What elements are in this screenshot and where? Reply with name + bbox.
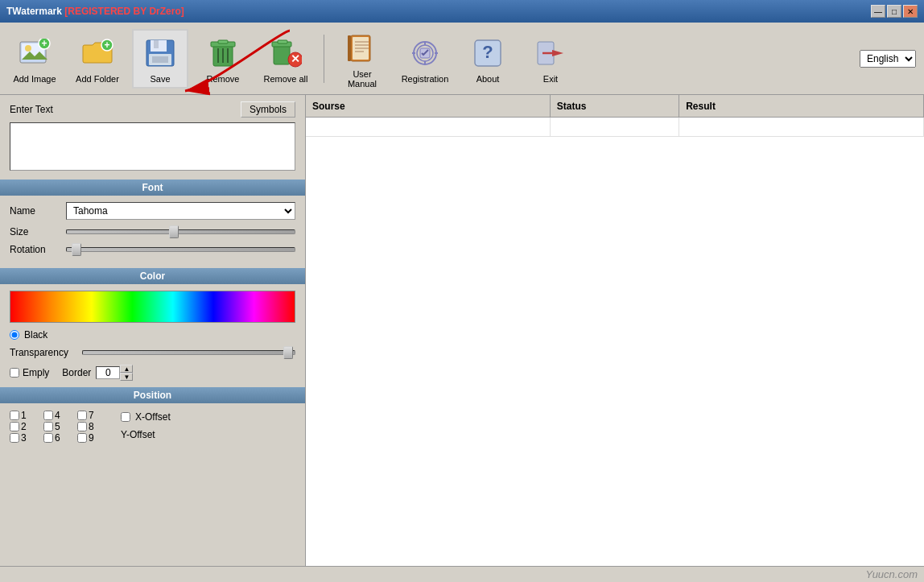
- table-row: [306, 118, 924, 137]
- registration-button[interactable]: Registration: [397, 31, 453, 87]
- transparency-label: Transparency: [10, 347, 82, 358]
- position-3: 3: [10, 432, 40, 444]
- empty-checkbox[interactable]: [10, 368, 19, 378]
- table-cell-status: [551, 118, 679, 136]
- position-9: 9: [77, 432, 108, 444]
- position-grid: 1 4 7 2: [10, 410, 295, 444]
- transparency-slider-track: [82, 350, 295, 355]
- add-image-button[interactable]: + Add Image: [6, 31, 63, 87]
- black-radio-label: Black: [24, 329, 47, 341]
- transparency-slider-thumb[interactable]: [283, 346, 293, 359]
- font-section: Name Tahoma Size Rotation: [0, 196, 305, 268]
- size-slider-track: [66, 229, 295, 234]
- about-button[interactable]: ? About: [460, 31, 516, 87]
- right-panel: Sourse Status Result: [306, 95, 924, 566]
- rotation-slider-track: [66, 247, 295, 252]
- col-result-header: Result: [679, 95, 924, 117]
- position-5: 5: [43, 421, 74, 432]
- svg-rect-12: [152, 56, 168, 63]
- black-radio[interactable]: [10, 330, 19, 340]
- title-bar-controls: — □ ✕: [871, 5, 918, 18]
- position-2: 2: [10, 421, 40, 432]
- svg-text:?: ?: [482, 42, 493, 62]
- table-cell-source: [306, 118, 551, 136]
- language-dropdown[interactable]: English: [860, 50, 916, 68]
- rotation-slider-thumb[interactable]: [72, 243, 81, 256]
- color-radio-row: Black: [10, 329, 295, 341]
- font-name-row: Name Tahoma: [10, 202, 295, 220]
- table-cell-result: [679, 118, 924, 136]
- y-offset-label: Y-Offset: [121, 429, 155, 440]
- empty-checkbox-group: Emply: [10, 367, 49, 378]
- pos-8-checkbox[interactable]: [77, 422, 87, 431]
- rotation-row: Rotation: [10, 244, 295, 255]
- minimize-button[interactable]: —: [871, 5, 885, 18]
- border-increment-button[interactable]: ▲: [120, 365, 133, 373]
- pos-9-checkbox[interactable]: [77, 433, 87, 443]
- exit-button[interactable]: Exit: [522, 31, 579, 87]
- color-bar[interactable]: [10, 291, 295, 323]
- close-button[interactable]: ✕: [903, 5, 918, 18]
- pos-1-checkbox[interactable]: [10, 411, 19, 420]
- title-bar-title-area: TWatermark [REGISTERED BY DrZero]: [6, 6, 184, 17]
- save-icon: [141, 34, 179, 72]
- border-decrement-button[interactable]: ▼: [120, 373, 133, 381]
- svg-text:✕: ✕: [291, 52, 300, 65]
- toolbar: + Add Image + Add Folder Save: [0, 23, 924, 95]
- save-button[interactable]: Save: [132, 29, 188, 89]
- remove-button[interactable]: Remove: [195, 31, 251, 87]
- size-slider-thumb[interactable]: [169, 225, 179, 238]
- maximize-button[interactable]: □: [887, 5, 901, 18]
- exit-icon: [531, 34, 570, 72]
- enter-text-label: Enter Text: [10, 104, 53, 115]
- pos-7-checkbox[interactable]: [77, 411, 87, 420]
- user-manual-button[interactable]: User Manual: [334, 26, 390, 92]
- border-label: Border: [62, 367, 91, 378]
- position-7: 7: [77, 410, 108, 421]
- svg-text:+: +: [41, 39, 47, 49]
- position-4: 4: [43, 410, 74, 421]
- position-section-header: Position: [0, 387, 305, 403]
- x-offset-checkbox[interactable]: [121, 412, 130, 422]
- pos-6-checkbox[interactable]: [43, 433, 53, 443]
- add-folder-button[interactable]: + Add Folder: [69, 31, 126, 87]
- color-section: Black Transparency Emply Border 0: [0, 284, 305, 387]
- main-area: Enter Text Symbols Font Name Tahoma Size…: [0, 95, 924, 566]
- symbols-button[interactable]: Symbols: [241, 101, 295, 118]
- left-panel: Enter Text Symbols Font Name Tahoma Size…: [0, 95, 306, 566]
- user-manual-icon: [343, 29, 382, 68]
- empty-border-row: Emply Border 0 ▲ ▼: [10, 365, 295, 381]
- about-icon: ?: [468, 34, 507, 72]
- pos-4-checkbox[interactable]: [43, 411, 53, 420]
- position-1: 1: [10, 410, 40, 421]
- col-source-header: Sourse: [306, 95, 551, 117]
- pos-2-checkbox[interactable]: [10, 422, 19, 431]
- font-name-select[interactable]: Tahoma: [66, 202, 295, 220]
- svg-rect-18: [218, 40, 228, 43]
- font-size-row: Size: [10, 226, 295, 237]
- svg-point-2: [25, 45, 31, 52]
- offset-fields: X-Offset Y-Offset: [121, 411, 171, 440]
- position-row-3: 3 6 9: [10, 432, 108, 444]
- enter-text-section: Enter Text Symbols: [0, 95, 305, 180]
- user-manual-label: User Manual: [337, 69, 387, 89]
- toolbar-separator-1: [324, 35, 324, 83]
- table-header: Sourse Status Result: [306, 95, 924, 118]
- border-input[interactable]: 0: [96, 366, 120, 379]
- text-input[interactable]: [10, 122, 295, 171]
- pos-5-checkbox[interactable]: [43, 422, 53, 431]
- remove-all-label: Remove all: [263, 74, 307, 84]
- pos-3-checkbox[interactable]: [10, 433, 19, 443]
- remove-icon: [204, 34, 242, 72]
- rotation-label: Rotation: [10, 244, 66, 255]
- add-folder-label: Add Folder: [76, 74, 119, 84]
- color-section-header: Color: [0, 268, 305, 284]
- title-bar: TWatermark [REGISTERED BY DrZero] — □ ✕: [0, 0, 924, 23]
- transparency-row: Transparency: [10, 347, 295, 358]
- position-section: 1 4 7 2: [0, 403, 305, 450]
- svg-rect-10: [154, 40, 159, 48]
- remove-all-button[interactable]: ✕ Remove all: [258, 31, 314, 87]
- remove-label: Remove: [207, 74, 240, 84]
- table-body: [306, 118, 924, 566]
- language-selector[interactable]: English: [860, 50, 916, 68]
